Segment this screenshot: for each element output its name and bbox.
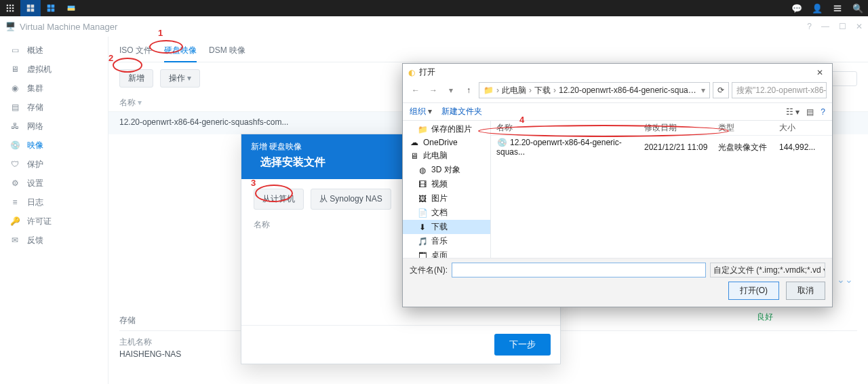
taskbar-apps-icon[interactable] bbox=[0, 0, 20, 16]
sidebar-item-label: 网络 bbox=[27, 121, 43, 132]
svg-rect-18 bbox=[68, 8, 75, 11]
window-maximize-icon[interactable]: ☐ bbox=[839, 22, 846, 31]
svg-rect-10 bbox=[31, 5, 35, 8]
file-search-input[interactable]: 搜索"12.20-openwrt-x86-64... bbox=[732, 82, 827, 98]
status-value: 良好 bbox=[757, 311, 773, 323]
annotation-label-2: 2 bbox=[108, 53, 113, 63]
folder-tree[interactable]: 📁保存的图片☁OneDrive🖥此电脑◍3D 对象🎞视频🖼图片📄文档⬇下载🎵音乐… bbox=[403, 121, 491, 258]
taskbar-search-icon[interactable]: 🔍 bbox=[848, 0, 868, 16]
sidebar: ▭概述 🖥虚拟机 ◉集群 ▤存储 🖧网络 💿映像 🛡保护 ⚙设置 ≡日志 🔑许可… bbox=[0, 37, 108, 384]
sidebar-item-label: 集群 bbox=[27, 83, 43, 94]
gear-icon: ⚙ bbox=[9, 178, 20, 189]
taskbar-dashboard-icon[interactable] bbox=[41, 0, 61, 16]
organize-button[interactable]: 组织 ▾ bbox=[410, 106, 432, 117]
tree-item[interactable]: 📁保存的图片 bbox=[403, 122, 490, 136]
open-dialog-title: 打开 bbox=[419, 66, 809, 78]
sidebar-item-license[interactable]: 🔑许可证 bbox=[0, 212, 108, 231]
tree-item-label: 下载 bbox=[431, 221, 448, 233]
svg-rect-5 bbox=[12, 7, 14, 9]
cancel-button[interactable]: 取消 bbox=[786, 282, 825, 300]
tree-item[interactable]: 🗔桌面 bbox=[403, 248, 490, 258]
nav-up-icon[interactable]: ↑ bbox=[461, 83, 476, 98]
pc-icon: 🖥 bbox=[410, 151, 419, 161]
tree-item-label: 桌面 bbox=[431, 250, 448, 258]
taskbar-user-icon[interactable]: 👤 bbox=[807, 0, 827, 16]
from-nas-button[interactable]: 从 Synology NAS bbox=[311, 189, 391, 210]
sidebar-item-label: 概述 bbox=[27, 45, 43, 56]
tree-item[interactable]: 🖼图片 bbox=[403, 191, 490, 206]
svg-rect-20 bbox=[834, 7, 842, 9]
crumb-dl[interactable]: 下载 bbox=[534, 85, 551, 96]
filetype-filter[interactable]: 自定义文件 (*.img;*.vmdk;*.vd ▾ bbox=[710, 263, 825, 277]
help-icon[interactable]: ? bbox=[821, 107, 825, 117]
crumb-pc[interactable]: 此电脑 bbox=[502, 85, 526, 96]
svg-rect-8 bbox=[12, 10, 14, 12]
open-dialog-icon: ◐ bbox=[408, 68, 415, 77]
overview-icon: ▭ bbox=[9, 45, 20, 56]
window-help-icon[interactable]: ? bbox=[807, 22, 812, 31]
tree-item[interactable]: 🖥此电脑 bbox=[403, 149, 490, 163]
video-icon: 🎞 bbox=[418, 180, 427, 189]
log-icon: ≡ bbox=[9, 197, 20, 208]
window-minimize-icon[interactable]: — bbox=[821, 22, 829, 31]
nav-recent-icon[interactable]: ▾ bbox=[443, 83, 458, 98]
license-icon: 🔑 bbox=[9, 216, 20, 227]
tree-item[interactable]: ⬇下载 bbox=[403, 220, 490, 234]
file-list: 名称 修改日期 类型 大小 💿12.20-openwrt-x86-64-gene… bbox=[491, 121, 832, 258]
annotation-circle-1 bbox=[149, 40, 183, 54]
tabs: ISO 文件 硬盘映像 DSM 映像 bbox=[108, 37, 868, 62]
viewmode-icon[interactable]: ☷ ▾ bbox=[786, 107, 800, 117]
ops-button[interactable]: 操作 bbox=[160, 69, 200, 88]
crumb-img[interactable]: 12.20-openwrt-x86-64-generic-squashfs-co… bbox=[559, 85, 698, 95]
nav-back-icon[interactable]: ← bbox=[408, 83, 423, 98]
taskbar-listview-icon[interactable] bbox=[827, 0, 848, 16]
sidebar-item-log[interactable]: ≡日志 bbox=[0, 193, 108, 212]
file-date: 2021/12/21 11:09 bbox=[644, 142, 718, 152]
svg-rect-11 bbox=[27, 9, 31, 12]
sidebar-item-label: 日志 bbox=[27, 197, 43, 208]
sidebar-item-overview[interactable]: ▭概述 bbox=[0, 41, 108, 60]
filecol-size[interactable]: 大小 bbox=[779, 122, 827, 134]
taskbar-packages-icon[interactable] bbox=[20, 0, 41, 16]
nav-fwd-icon: → bbox=[426, 83, 441, 98]
app-icon: 🖥️ bbox=[5, 22, 16, 31]
svg-rect-14 bbox=[52, 5, 55, 8]
folder-icon: 📁 bbox=[484, 85, 494, 95]
tree-item[interactable]: 🎵音乐 bbox=[403, 234, 490, 248]
sidebar-item-storage[interactable]: ▤存储 bbox=[0, 98, 108, 117]
filename-input[interactable] bbox=[452, 263, 706, 277]
image-icon: 💿 bbox=[9, 140, 20, 151]
sidebar-item-image[interactable]: 💿映像 bbox=[0, 136, 108, 155]
svg-rect-7 bbox=[9, 10, 11, 12]
folder-icon: 📁 bbox=[418, 125, 427, 134]
sidebar-item-vm[interactable]: 🖥虚拟机 bbox=[0, 60, 108, 79]
dialog-close-icon[interactable]: ✕ bbox=[813, 68, 827, 77]
sidebar-item-protect[interactable]: 🛡保护 bbox=[0, 155, 108, 174]
preview-pane-icon[interactable]: ▤ bbox=[806, 107, 814, 117]
collapse-chevron-icon[interactable]: ⌄⌄ bbox=[837, 274, 853, 285]
taskbar-app4-icon[interactable] bbox=[61, 0, 81, 16]
annotation-circle-4 bbox=[478, 125, 729, 137]
sidebar-item-network[interactable]: 🖧网络 bbox=[0, 117, 108, 136]
modal-col-name: 名称 bbox=[254, 219, 387, 231]
annotation-label-4: 4 bbox=[519, 115, 524, 125]
next-button[interactable]: 下一步 bbox=[494, 334, 551, 356]
window-close-icon[interactable]: ✕ bbox=[856, 22, 863, 31]
tree-item[interactable]: 🎞视频 bbox=[403, 177, 490, 191]
tree-item[interactable]: ☁OneDrive bbox=[403, 136, 490, 149]
desktop-icon: 🗔 bbox=[418, 251, 427, 258]
tree-item[interactable]: 📄文档 bbox=[403, 206, 490, 220]
sidebar-item-settings[interactable]: ⚙设置 bbox=[0, 174, 108, 193]
sidebar-item-cluster[interactable]: ◉集群 bbox=[0, 79, 108, 98]
tab-dsm[interactable]: DSM 映像 bbox=[209, 42, 245, 62]
taskbar-chat-icon[interactable]: 💬 bbox=[787, 0, 807, 16]
new-folder-button[interactable]: 新建文件夹 bbox=[441, 106, 482, 117]
breadcrumbs[interactable]: 📁› 此电脑› 下载› 12.20-openwrt-x86-64-generic… bbox=[479, 82, 710, 98]
cluster-icon: ◉ bbox=[9, 83, 20, 94]
file-row[interactable]: 💿12.20-openwrt-x86-64-generic-squas... 2… bbox=[491, 136, 832, 159]
refresh-icon[interactable]: ⟳ bbox=[713, 82, 729, 98]
open-button[interactable]: 打开(O) bbox=[728, 282, 779, 300]
sidebar-item-feedback[interactable]: ✉反馈 bbox=[0, 231, 108, 250]
tree-item[interactable]: ◍3D 对象 bbox=[403, 163, 490, 177]
tree-item-label: 文档 bbox=[431, 207, 448, 218]
